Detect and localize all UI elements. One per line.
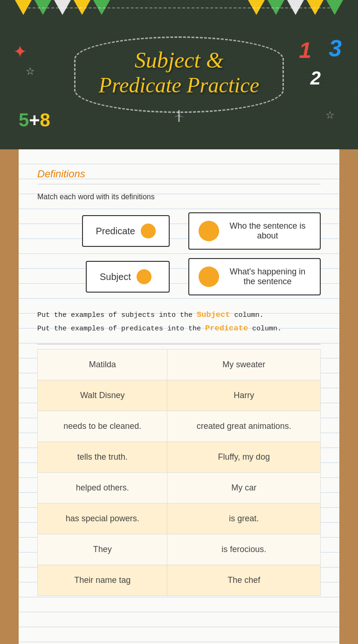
subject-label: Subject xyxy=(100,272,131,282)
chalkboard-header: ✦ ☆ 5+8 1 2 3 ☆ Subject & Predicate Prac… xyxy=(0,0,358,149)
list-item: needs to be cleaned. xyxy=(38,411,167,441)
content-area: Definitions Match each word with its def… xyxy=(19,149,339,644)
predicate-label: Predicate xyxy=(96,226,136,237)
list-item: Their name tag xyxy=(38,565,167,595)
table-row: has special powers.is great. xyxy=(38,503,321,534)
decoration-number-1: 1 xyxy=(299,37,311,63)
list-item: Matilda xyxy=(38,349,167,380)
banner-string xyxy=(28,7,330,8)
section-divider xyxy=(37,184,321,184)
sorting-instr-1: Put the examples of subjects into the xyxy=(37,311,197,319)
star-white-icon: ☆ xyxy=(26,65,35,77)
definitions-section: Definitions Match each word with its def… xyxy=(37,168,321,295)
title-border: Subject & Predicate Practice xyxy=(74,36,284,113)
list-item: My sweater xyxy=(167,349,321,380)
who-sentence-label: Who the sentence is about xyxy=(225,221,310,241)
match-right-2: What's happening in the sentence xyxy=(179,258,321,295)
sorting-instr-3: column. xyxy=(248,325,282,333)
match-row-1: Predicate Who the sentence is about xyxy=(37,212,321,250)
list-item: The chef xyxy=(167,565,321,595)
table-row: Theyis ferocious. xyxy=(38,534,321,565)
who-dot xyxy=(199,221,219,241)
number-8: 8 xyxy=(40,110,50,130)
star-outline-icon: ☆ xyxy=(325,109,335,121)
table-row: Walt DisneyHarry xyxy=(38,380,321,411)
star-red-icon: ✦ xyxy=(13,42,27,62)
grid-divider xyxy=(37,344,321,344)
list-item: Walt Disney xyxy=(38,380,167,411)
match-row-2: Subject What's happening in the sentence xyxy=(37,258,321,295)
table-row: MatildaMy sweater xyxy=(38,349,321,380)
what-dot xyxy=(199,266,219,287)
number-5: 5 xyxy=(19,110,29,130)
table-row: tells the truth.Fluffy, my dog xyxy=(38,441,321,472)
word-grid: MatildaMy sweaterWalt DisneyHarryneeds t… xyxy=(37,349,321,596)
list-item: Harry xyxy=(167,380,321,411)
table-row: Their name tagThe chef xyxy=(38,565,321,595)
decoration-number-3: 3 xyxy=(329,35,342,62)
predicate-highlight: Predicate xyxy=(205,324,248,333)
subject-highlight: Subject xyxy=(197,310,230,319)
predicate-dot xyxy=(141,224,156,238)
match-right-1: Who the sentence is about xyxy=(179,212,321,250)
who-sentence-def-box: Who the sentence is about xyxy=(188,212,321,250)
title-line1: Subject & xyxy=(99,47,259,73)
list-item: They xyxy=(38,534,167,565)
list-item: is great. xyxy=(167,503,321,534)
list-item: created great animations. xyxy=(167,411,321,441)
list-item: My car xyxy=(167,472,321,503)
what-happening-def-box: What's happening in the sentence xyxy=(188,258,321,295)
subject-dot xyxy=(137,269,151,284)
list-item: Fluffy, my dog xyxy=(167,441,321,472)
definitions-title: Definitions xyxy=(37,168,321,180)
title-line2: Predicate Practice xyxy=(99,73,259,98)
decoration-number-2: 2 xyxy=(310,68,321,89)
title-box: Subject & Predicate Practice xyxy=(74,36,284,113)
plus-sign: + xyxy=(29,110,40,130)
list-item: has special powers. xyxy=(38,503,167,534)
sorting-instruction: Put the examples of subjects into the Su… xyxy=(37,308,321,336)
predicate-word-box: Predicate xyxy=(82,215,170,247)
math-decoration: 5+8 xyxy=(19,110,50,131)
list-item: helped others. xyxy=(38,472,167,503)
match-left-2: Subject xyxy=(37,261,179,293)
what-happening-label: What's happening in the sentence xyxy=(225,267,310,287)
list-item: is ferocious. xyxy=(167,534,321,565)
table-row: helped others.My car xyxy=(38,472,321,503)
match-left-1: Predicate xyxy=(37,215,179,247)
subject-word-box: Subject xyxy=(86,261,170,293)
list-item: tells the truth. xyxy=(38,441,167,472)
table-row: needs to be cleaned.created great animat… xyxy=(38,411,321,441)
match-instruction: Match each word with its definitions xyxy=(37,193,321,201)
